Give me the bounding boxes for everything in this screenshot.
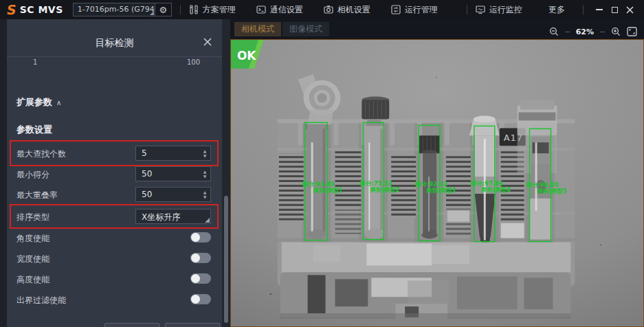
toggle-label: 出界过滤使能 bbox=[16, 295, 66, 306]
toggle-knob bbox=[191, 274, 200, 283]
fit-screen-icon[interactable] bbox=[627, 27, 637, 36]
titlebar-separator bbox=[467, 5, 467, 14]
titlebar-separator bbox=[583, 5, 584, 14]
field-row-min-score: 最小得分 50 ▲▼ bbox=[7, 166, 222, 181]
maximize-button[interactable] bbox=[607, 3, 622, 16]
panel-scrollbar[interactable] bbox=[222, 19, 230, 327]
camera-image: A17 bbox=[231, 40, 643, 326]
toggle-label: 宽度使能 bbox=[16, 253, 49, 265]
highlight-box-max-find-count bbox=[10, 140, 219, 166]
menu-label: 运行管理 bbox=[405, 4, 438, 16]
camera-settings-icon bbox=[324, 5, 333, 14]
toggle-row-width-enable: 宽度使能 bbox=[7, 253, 222, 264]
app-logo-icon: S bbox=[5, 0, 19, 19]
slider-max-label: 100 bbox=[187, 58, 200, 66]
menu-run-manage[interactable]: 运行管理 bbox=[391, 4, 438, 16]
chevron-up-icon: ∧ bbox=[56, 99, 61, 106]
highlight-box-sort-type bbox=[10, 204, 219, 229]
menu-label: 方案管理 bbox=[203, 4, 236, 16]
field-label: 最小得分 bbox=[16, 169, 49, 181]
zoom-dash bbox=[565, 32, 570, 32]
more-menu[interactable]: 更多 bbox=[548, 4, 565, 16]
field-row-max-overlap: 最大重叠率 50 ▲▼ bbox=[7, 187, 222, 202]
dust-speck bbox=[600, 244, 601, 245]
width-enable-toggle[interactable] bbox=[190, 253, 211, 263]
toggle-row-angle-enable: 角度使能 bbox=[7, 232, 222, 243]
minimize-button[interactable] bbox=[592, 3, 607, 16]
scrollbar-thumb[interactable] bbox=[224, 196, 228, 323]
dust-speck bbox=[436, 77, 437, 78]
close-icon bbox=[626, 6, 634, 14]
menu-label: 运行监控 bbox=[489, 4, 522, 16]
device-select-dropdown[interactable]: 1-7016pm-56 (G79479 bbox=[73, 3, 155, 16]
spinner-arrows-icon[interactable]: ▲▼ bbox=[199, 167, 210, 181]
viewer: 相机模式 图像模式 62% bbox=[230, 19, 644, 327]
panel-title: 目标检测 bbox=[7, 37, 222, 49]
status-badge-text: OK bbox=[237, 49, 256, 63]
app-title: SC MVS bbox=[20, 4, 63, 15]
run-manage-icon bbox=[391, 5, 401, 14]
viewer-tabs-row: 相机模式 图像模式 62% bbox=[230, 19, 644, 39]
toggle-knob bbox=[191, 295, 200, 304]
spinner-arrows-icon[interactable]: ▲▼ bbox=[199, 188, 210, 201]
detection-class: 类别:类型5 bbox=[537, 188, 567, 194]
camera-image-view[interactable]: A17 bbox=[230, 39, 644, 327]
close-panel-icon[interactable] bbox=[203, 37, 212, 47]
toggle-row-outlier-filter-enable: 出界过滤使能 bbox=[7, 294, 222, 305]
section-param-settings: 参数设置 bbox=[16, 124, 52, 136]
field-label: 最大重叠率 bbox=[16, 190, 58, 201]
detection-class: 类别:类型3 bbox=[425, 187, 456, 194]
menu-solution-manage[interactable]: 方案管理 bbox=[189, 4, 236, 16]
menu-run-monitor[interactable]: 运行监控 bbox=[476, 4, 522, 16]
zoom-out-icon[interactable] bbox=[549, 27, 559, 36]
toggle-label: 高度使能 bbox=[16, 274, 49, 286]
outlier-filter-enable-toggle[interactable] bbox=[190, 294, 211, 304]
detection-class: 类别:类型1 bbox=[313, 187, 343, 194]
dust-speck bbox=[269, 293, 271, 295]
min-score-input[interactable]: 50 ▲▼ bbox=[135, 166, 211, 181]
cancel-button[interactable] bbox=[165, 323, 220, 327]
titlebar: S SC MVS 1-7016pm-56 (G79479 ⚙ 方案管理 通信设置… bbox=[0, 0, 644, 19]
panel-gutter bbox=[0, 19, 7, 327]
zoom-dash bbox=[600, 32, 605, 32]
menu-label: 相机设置 bbox=[337, 4, 370, 16]
toggle-label: 角度使能 bbox=[16, 233, 49, 245]
confirm-button[interactable] bbox=[104, 323, 159, 327]
slider-min-label: 1 bbox=[33, 58, 37, 66]
rack-base-rail bbox=[280, 243, 571, 319]
minimize-icon bbox=[596, 9, 603, 10]
toggle-knob bbox=[191, 253, 200, 262]
toggle-row-height-enable: 高度使能 bbox=[7, 273, 222, 284]
angle-enable-toggle[interactable] bbox=[190, 232, 211, 243]
panel-header: 目标检测 bbox=[7, 19, 222, 57]
gear-icon[interactable]: ⚙ bbox=[155, 3, 172, 16]
toggle-knob bbox=[191, 233, 200, 242]
close-window-button[interactable] bbox=[622, 3, 637, 16]
target-detection-panel: 目标检测 1 100 扩展参数∧ 参数设置 最大查找个数 5 ▲▼ 最 bbox=[7, 19, 222, 327]
left-area: 目标检测 1 100 扩展参数∧ 参数设置 最大查找个数 5 ▲▼ 最 bbox=[0, 19, 230, 327]
menu-camera-settings[interactable]: 相机设置 bbox=[324, 4, 370, 16]
menu-label: 通信设置 bbox=[270, 4, 303, 16]
detection-class: 类别:类型2 bbox=[369, 186, 399, 193]
section-extended-params[interactable]: 扩展参数∧ bbox=[16, 96, 61, 109]
max-overlap-input[interactable]: 50 ▲▼ bbox=[135, 187, 211, 202]
zoom-controls: 62% bbox=[549, 27, 637, 39]
solution-manage-icon bbox=[189, 5, 199, 14]
detection-class: 类别:类型4 bbox=[480, 186, 511, 193]
tab-image-mode[interactable]: 图像模式 bbox=[282, 22, 329, 36]
communication-settings-icon bbox=[256, 5, 266, 14]
titlebar-separator bbox=[180, 5, 181, 14]
maximize-icon bbox=[612, 7, 618, 13]
run-monitor-icon bbox=[476, 5, 485, 14]
height-enable-toggle[interactable] bbox=[190, 273, 211, 284]
slider-range-labels: 1 100 bbox=[7, 58, 222, 68]
zoom-in-icon[interactable] bbox=[611, 27, 621, 36]
tab-camera-mode[interactable]: 相机模式 bbox=[234, 22, 281, 36]
menu-communication-settings[interactable]: 通信设置 bbox=[256, 4, 303, 16]
zoom-percent: 62% bbox=[576, 27, 594, 36]
